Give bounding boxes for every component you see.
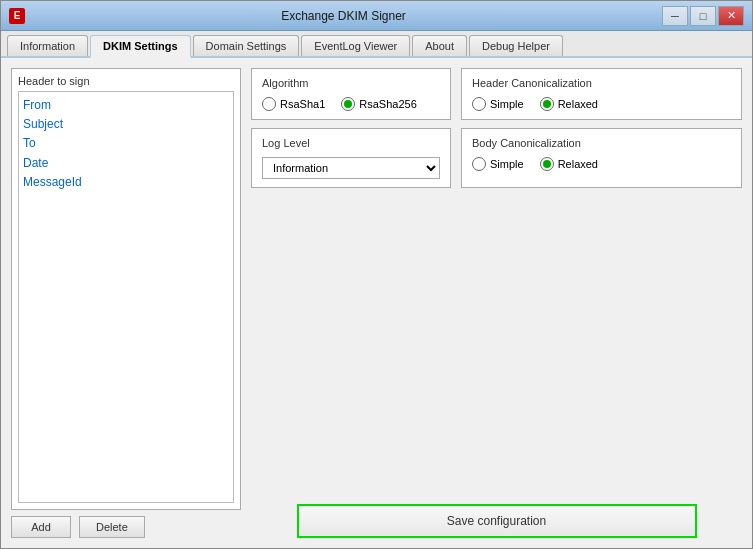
header-to-sign-group: Header to sign From Subject To Date Mess… xyxy=(11,68,241,510)
algorithm-radio-group: RsaSha1 RsaSha256 xyxy=(262,97,440,111)
header-canon-relaxed-radio[interactable] xyxy=(540,97,554,111)
right-bottom-row: Log Level Information Warning Error Debu… xyxy=(251,128,742,188)
header-canon-relaxed-selected xyxy=(543,100,551,108)
header-canon-section: Header Canonicalization Simple Relaxed xyxy=(461,68,742,120)
body-canon-section: Body Canonicalization Simple Relaxed xyxy=(461,128,742,188)
algorithm-section: Algorithm RsaSha1 RsaSh xyxy=(251,68,451,120)
minimize-button[interactable]: ─ xyxy=(662,6,688,26)
tab-debug-helper[interactable]: Debug Helper xyxy=(469,35,563,56)
tab-about[interactable]: About xyxy=(412,35,467,56)
header-list[interactable]: From Subject To Date MessageId xyxy=(18,91,234,503)
list-item: Date xyxy=(23,154,229,173)
left-panel: Header to sign From Subject To Date Mess… xyxy=(11,68,241,538)
list-item: From xyxy=(23,96,229,115)
header-canon-simple-option[interactable]: Simple xyxy=(472,97,524,111)
content-area: Header to sign From Subject To Date Mess… xyxy=(1,58,752,548)
algorithm-rsasha256-radio[interactable] xyxy=(341,97,355,111)
log-level-select[interactable]: Information Warning Error Debug xyxy=(262,157,440,179)
list-item: To xyxy=(23,134,229,153)
body-canon-simple-label: Simple xyxy=(490,158,524,170)
algorithm-rsasha256-selected xyxy=(344,100,352,108)
right-top-row: Algorithm RsaSha1 RsaSh xyxy=(251,68,742,120)
list-item: MessageId xyxy=(23,173,229,192)
algorithm-rsasha1-radio[interactable] xyxy=(262,97,276,111)
tab-domain-settings[interactable]: Domain Settings xyxy=(193,35,300,56)
add-button[interactable]: Add xyxy=(11,516,71,538)
header-canon-simple-label: Simple xyxy=(490,98,524,110)
header-canon-radio-group: Simple Relaxed xyxy=(472,97,731,111)
tab-dkim-settings[interactable]: DKIM Settings xyxy=(90,35,191,58)
body-canon-relaxed-radio[interactable] xyxy=(540,157,554,171)
delete-button[interactable]: Delete xyxy=(79,516,145,538)
title-bar: E Exchange DKIM Signer ─ □ ✕ xyxy=(1,1,752,31)
body-canon-title: Body Canonicalization xyxy=(472,137,731,149)
body-canon-relaxed-label: Relaxed xyxy=(558,158,598,170)
body-canon-radio-group: Simple Relaxed xyxy=(472,157,731,171)
log-level-title: Log Level xyxy=(262,137,440,149)
header-button-row: Add Delete xyxy=(11,516,241,538)
tab-information[interactable]: Information xyxy=(7,35,88,56)
algorithm-rsasha1-option[interactable]: RsaSha1 xyxy=(262,97,325,111)
spacer xyxy=(251,196,742,488)
body-canon-relaxed-option[interactable]: Relaxed xyxy=(540,157,598,171)
app-icon: E xyxy=(9,8,25,24)
body-canon-simple-option[interactable]: Simple xyxy=(472,157,524,171)
header-canon-relaxed-label: Relaxed xyxy=(558,98,598,110)
log-level-select-wrapper: Information Warning Error Debug xyxy=(262,157,440,179)
body-canon-relaxed-selected xyxy=(543,160,551,168)
save-button-row: Save configuration xyxy=(251,504,742,538)
title-bar-buttons: ─ □ ✕ xyxy=(662,6,744,26)
main-window: E Exchange DKIM Signer ─ □ ✕ Information… xyxy=(0,0,753,549)
close-button[interactable]: ✕ xyxy=(718,6,744,26)
algorithm-rsasha1-label: RsaSha1 xyxy=(280,98,325,110)
right-panel: Algorithm RsaSha1 RsaSh xyxy=(251,68,742,538)
save-configuration-button[interactable]: Save configuration xyxy=(297,504,697,538)
log-level-section: Log Level Information Warning Error Debu… xyxy=(251,128,451,188)
header-canon-title: Header Canonicalization xyxy=(472,77,731,89)
maximize-button[interactable]: □ xyxy=(690,6,716,26)
tab-bar: Information DKIM Settings Domain Setting… xyxy=(1,31,752,58)
body-canon-simple-radio[interactable] xyxy=(472,157,486,171)
header-canon-relaxed-option[interactable]: Relaxed xyxy=(540,97,598,111)
header-canon-simple-radio[interactable] xyxy=(472,97,486,111)
main-area: Header to sign From Subject To Date Mess… xyxy=(11,68,742,538)
list-item: Subject xyxy=(23,115,229,134)
tab-eventlog-viewer[interactable]: EventLog Viewer xyxy=(301,35,410,56)
algorithm-rsasha256-label: RsaSha256 xyxy=(359,98,417,110)
algorithm-title: Algorithm xyxy=(262,77,440,89)
window-title: Exchange DKIM Signer xyxy=(25,9,662,23)
algorithm-rsasha256-option[interactable]: RsaSha256 xyxy=(341,97,417,111)
header-to-sign-title: Header to sign xyxy=(18,75,234,87)
